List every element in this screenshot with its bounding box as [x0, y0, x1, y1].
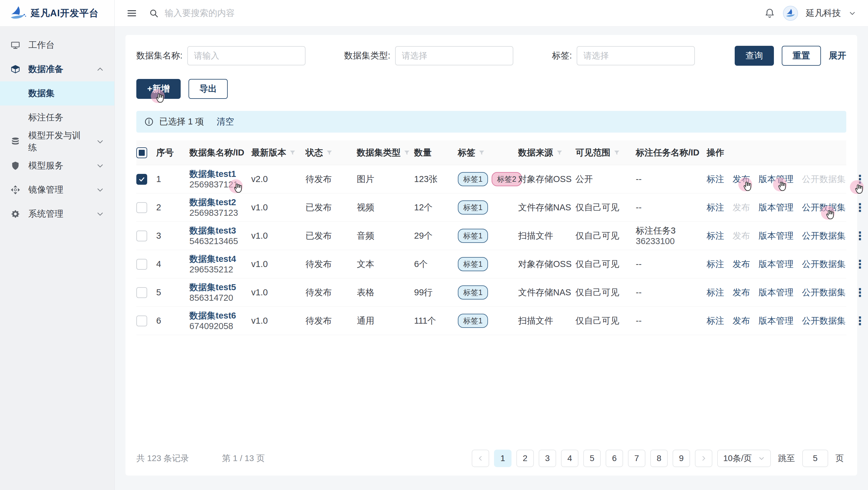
action-link[interactable]: 公开数据集 [802, 287, 846, 299]
filter-field-2: 标签: [552, 46, 695, 65]
more-actions-kebab-icon[interactable]: ⋮ [854, 260, 866, 269]
prev-page-button[interactable] [472, 450, 489, 467]
filter-input-box [395, 46, 513, 65]
filter-funnel-icon[interactable] [614, 150, 620, 156]
action-link[interactable]: 版本管理 [758, 287, 794, 299]
more-actions-kebab-icon[interactable]: ⋮ [854, 203, 866, 212]
filter-funnel-icon[interactable] [478, 150, 485, 156]
action-link[interactable]: 发布 [733, 315, 750, 327]
data-prep-icon [10, 64, 21, 75]
dataset-name-link[interactable]: 数据集test3 [189, 225, 248, 236]
action-link[interactable]: 版本管理 [758, 315, 794, 327]
filter-funnel-icon[interactable] [289, 150, 296, 156]
page-buttons: 123456789 [494, 450, 690, 467]
sidebar-item-3[interactable]: 模型服务 [0, 154, 114, 178]
filter-input[interactable] [583, 51, 688, 61]
action-link[interactable]: 发布 [733, 287, 750, 299]
action-link[interactable]: 版本管理 [758, 202, 794, 214]
jump-to-input[interactable] [802, 450, 828, 467]
clear-selection-link[interactable]: 清空 [217, 116, 234, 128]
sidebar-item-1[interactable]: 数据准备 [0, 57, 114, 81]
search-input[interactable] [165, 8, 376, 18]
action-link[interactable]: 标注 [707, 173, 724, 185]
action-link[interactable]: 发布 [733, 173, 750, 185]
dataset-name-link[interactable]: 数据集test4 [189, 254, 248, 264]
dataset-card: 数据集名称:数据集类型:标签: 查询 重置 展开 +新增 导出 [125, 35, 857, 476]
notification-bell-icon[interactable] [764, 8, 775, 19]
action-link[interactable]: 标注 [707, 202, 724, 214]
action-link[interactable]: 标注 [707, 258, 724, 270]
filter-input[interactable] [402, 51, 507, 61]
action-link[interactable]: 发布 [733, 258, 750, 270]
page-button-9[interactable]: 9 [673, 450, 690, 467]
row-checkbox[interactable] [136, 316, 147, 326]
chevron-down-icon[interactable] [849, 10, 856, 17]
action-link[interactable]: 公开数据集 [802, 230, 846, 242]
row-checkbox[interactable] [136, 231, 147, 241]
row-checkbox[interactable] [136, 202, 147, 213]
dataset-name-link[interactable]: 数据集test5 [189, 282, 248, 293]
filter-label: 标签: [552, 50, 572, 62]
action-link[interactable]: 公开数据集 [802, 315, 846, 327]
filter-funnel-icon[interactable] [556, 150, 563, 156]
page-button-3[interactable]: 3 [539, 450, 556, 467]
sidebar-item-2[interactable]: 模型开发与训练 [0, 130, 114, 154]
reset-button[interactable]: 重置 [782, 46, 821, 66]
search-icon [149, 8, 159, 18]
task-name: 标注任务3 [636, 225, 704, 236]
column-header: 标签 [458, 147, 518, 159]
filter-funnel-icon[interactable] [404, 150, 410, 156]
page-button-6[interactable]: 6 [606, 450, 623, 467]
page-button-8[interactable]: 8 [650, 450, 668, 467]
dataset-quantity: 12个 [414, 202, 458, 214]
dataset-name-link[interactable]: 数据集test1 [189, 169, 248, 179]
table-row: 3数据集test35463213465v1.0已发布音频29个标签1扫描文件仅自… [136, 222, 846, 250]
sidebar-subitem-1-1[interactable]: 标注任务 [0, 105, 114, 130]
action-link[interactable]: 版本管理 [758, 258, 794, 270]
filter-funnel-icon[interactable] [326, 150, 333, 156]
filter-actions: 查询 重置 展开 [735, 46, 846, 66]
avatar[interactable] [783, 6, 798, 21]
dataset-scope: 仅自己可见 [576, 202, 636, 214]
query-button[interactable]: 查询 [735, 46, 774, 66]
sidebar-item-5[interactable]: 系统管理 [0, 202, 114, 226]
row-checkbox[interactable] [136, 259, 147, 270]
page-button-7[interactable]: 7 [628, 450, 645, 467]
more-actions-kebab-icon[interactable]: ⋮ [854, 317, 866, 325]
table-row: 5数据集test5856314720v1.0待发布表格99行标签1文件存储NAS… [136, 279, 846, 307]
export-button[interactable]: 导出 [188, 79, 228, 99]
tag-badge: 标签1 [458, 200, 488, 215]
hamburger-icon[interactable] [127, 7, 139, 19]
action-link[interactable]: 标注 [707, 287, 724, 299]
row-checkbox[interactable] [136, 287, 147, 298]
select-all-checkbox[interactable] [136, 148, 147, 158]
page-button-1[interactable]: 1 [494, 450, 512, 467]
sidebar-subitem-1-0[interactable]: 数据集 [0, 81, 114, 105]
add-button[interactable]: +新增 [136, 79, 181, 99]
dataset-name-link[interactable]: 数据集test6 [189, 311, 248, 321]
page-button-2[interactable]: 2 [516, 450, 534, 467]
more-actions-kebab-icon[interactable]: ⋮ [854, 288, 866, 297]
action-link[interactable]: 公开数据集 [802, 202, 846, 214]
sidebar-item-4[interactable]: 镜像管理 [0, 178, 114, 202]
dataset-name-link[interactable]: 数据集test2 [189, 197, 248, 208]
more-actions-kebab-icon[interactable]: ⋮ [854, 231, 866, 240]
action-link[interactable]: 版本管理 [758, 230, 794, 242]
action-link[interactable]: 标注 [707, 230, 724, 242]
action-link[interactable]: 版本管理 [758, 173, 794, 185]
page-size-select[interactable]: 10条/页 [717, 450, 771, 467]
cursor-hand-icon [741, 181, 752, 194]
sidebar-item-0[interactable]: 工作台 [0, 33, 114, 57]
action-link[interactable]: 标注 [707, 315, 724, 327]
filter-input[interactable] [194, 51, 299, 61]
expand-link[interactable]: 展开 [829, 50, 846, 62]
user-name[interactable]: 延凡科技 [806, 7, 841, 19]
info-circle-icon [144, 117, 154, 127]
dataset-task: -- [636, 174, 707, 184]
row-checkbox[interactable] [136, 174, 147, 185]
next-page-button[interactable] [695, 450, 712, 467]
more-actions-kebab-icon[interactable]: ⋮ [854, 175, 866, 184]
action-link[interactable]: 公开数据集 [802, 258, 846, 270]
page-button-4[interactable]: 4 [561, 450, 579, 467]
page-button-5[interactable]: 5 [583, 450, 601, 467]
